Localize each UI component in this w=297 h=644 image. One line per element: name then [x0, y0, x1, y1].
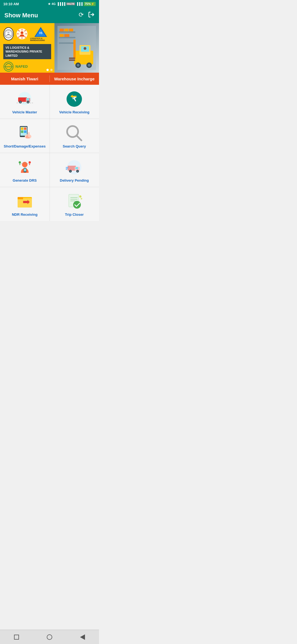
trip-closer-icon	[65, 193, 83, 210]
svg-point-66	[29, 161, 31, 163]
user-name: Manish Tiwari	[0, 77, 50, 81]
svg-point-88	[73, 201, 81, 209]
ndr-receiving-icon	[16, 193, 34, 210]
svg-rect-59	[28, 132, 30, 137]
svg-rect-80	[18, 197, 23, 199]
svg-point-35	[77, 64, 79, 67]
svg-rect-25	[60, 29, 64, 31]
svg-rect-27	[69, 29, 73, 31]
svg-rect-44	[26, 98, 29, 100]
status-icons: ★ 4G ▐▐▐▐ VoLTE ▐▐▐ 75%⚡	[48, 2, 96, 6]
signal-bars-2: ▐▐▐	[76, 2, 82, 6]
vehicle-master-icon	[16, 90, 34, 108]
banner-image	[54, 23, 99, 73]
delivery-pending-label: Delivery Pending	[60, 178, 89, 182]
svg-rect-33	[69, 59, 75, 61]
svg-rect-64	[24, 168, 26, 171]
svg-point-37	[88, 64, 90, 67]
svg-rect-57	[24, 130, 26, 133]
status-bar: 10:10 AM ★ 4G ▐▐▐▐ VoLTE ▐▐▐ 75%⚡	[0, 0, 99, 8]
svg-rect-23	[59, 37, 75, 38]
nafed-label: NAFED	[15, 64, 28, 69]
up-govt-logo: उ.प्र. सरकार	[3, 27, 14, 40]
app-title: Show Menu	[4, 12, 38, 19]
header-actions: ⟳	[79, 11, 95, 20]
battery-indicator: 75%⚡	[84, 2, 96, 6]
app-header: Show Menu ⟳	[0, 8, 99, 23]
volte-icon: VoLTE	[66, 2, 75, 5]
search-query-icon	[65, 124, 83, 142]
search-query-label: Search Query	[63, 144, 86, 148]
user-info-bar: Manish Tiwari Warehouse Incharge	[0, 73, 99, 85]
svg-rect-54	[21, 127, 23, 130]
svg-rect-24	[59, 42, 75, 44]
brand-logo	[16, 28, 28, 40]
svg-text:NAFED: NAFED	[5, 66, 12, 68]
svg-rect-29	[64, 34, 69, 37]
promo-banner: उ.प्र. सरकार	[0, 23, 99, 73]
svg-point-74	[77, 171, 78, 172]
trip-closer-label: Trip Closer	[65, 212, 84, 217]
vehicle-receiving-icon: ₹	[65, 90, 83, 108]
svg-rect-28	[60, 34, 64, 37]
refresh-button[interactable]: ⟳	[79, 11, 84, 20]
menu-item-delivery-pending[interactable]: Delivery Pending	[50, 153, 99, 187]
svg-point-14	[21, 31, 23, 34]
svg-rect-81	[23, 201, 28, 203]
menu-item-vehicle-receiving[interactable]: ₹ Vehicle Receiving	[50, 85, 99, 119]
menu-item-ndr-receiving[interactable]: NDR Receiving	[0, 187, 50, 221]
bluetooth-icon: ★	[48, 2, 51, 6]
nafed-section: NAFED NAFED	[3, 61, 51, 72]
company-name-banner: V5 LOGISTICS & WAREHOUSING PRIVATE LIMIT…	[3, 44, 51, 59]
logout-button[interactable]	[88, 11, 95, 20]
svg-text:V5: V5	[39, 32, 43, 35]
menu-item-generate-drs[interactable]: Generate DRS	[0, 153, 50, 187]
dot-2[interactable]	[50, 69, 53, 71]
svg-point-48	[27, 102, 29, 103]
svg-point-46	[20, 102, 21, 103]
banner-pagination	[46, 69, 53, 71]
svg-rect-32	[69, 58, 75, 59]
time-display: 10:10 AM	[3, 2, 19, 6]
signal-bars: ▐▐▐▐	[57, 2, 65, 6]
menu-item-trip-closer[interactable]: Trip Closer	[50, 187, 99, 221]
generate-drs-icon	[16, 159, 34, 176]
network-icon: 4G	[52, 2, 56, 6]
svg-rect-55	[24, 127, 26, 130]
svg-rect-26	[64, 29, 68, 31]
nafed-emblem: NAFED	[3, 61, 14, 72]
menu-item-short-damage[interactable]: Short/Damage/Expenses	[0, 119, 50, 153]
svg-rect-56	[21, 130, 23, 133]
svg-text:सरकार: सरकार	[7, 34, 10, 35]
generate-drs-label: Generate DRS	[13, 178, 37, 182]
user-role: Warehouse Incharge	[50, 77, 99, 81]
menu-item-search-query[interactable]: Search Query	[50, 119, 99, 153]
short-damage-icon	[16, 124, 34, 142]
svg-point-62	[22, 162, 28, 167]
svg-point-89	[79, 195, 81, 198]
banner-logos: उ.प्र. सरकार	[3, 26, 51, 41]
svg-point-90	[81, 198, 82, 200]
svg-line-61	[76, 135, 81, 140]
svg-text:उ.प्र.: उ.प्र.	[7, 32, 10, 33]
svg-point-40	[84, 47, 86, 50]
ndr-receiving-label: NDR Receiving	[12, 212, 37, 217]
forklift-illustration	[57, 26, 96, 70]
menu-item-vehicle-master[interactable]: Vehicle Master	[0, 85, 50, 119]
svg-point-65	[19, 161, 21, 163]
vehicle-receiving-label: Vehicle Receiving	[59, 110, 89, 114]
v5-logo: V5 LOGISTICS & WAREHOUSING	[30, 26, 51, 41]
svg-rect-22	[59, 31, 75, 33]
svg-rect-70	[75, 167, 78, 169]
menu-grid: Vehicle Master ₹ Vehicle Receiving	[0, 85, 99, 221]
short-damage-label: Short/Damage/Expenses	[4, 144, 46, 148]
delivery-pending-icon	[65, 159, 83, 176]
svg-point-72	[70, 171, 71, 172]
svg-rect-68	[68, 166, 76, 171]
vehicle-master-label: Vehicle Master	[12, 110, 37, 114]
dot-1[interactable]	[46, 69, 49, 71]
svg-rect-31	[73, 40, 76, 59]
